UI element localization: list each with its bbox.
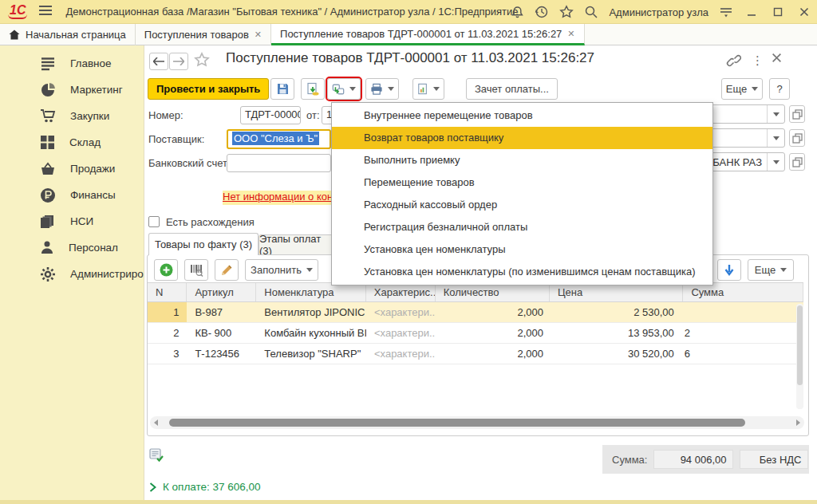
- get-link-icon[interactable]: [725, 53, 741, 71]
- titlebar: 1С Демонстрационная база /Магазин "Бытов…: [0, 0, 817, 24]
- column-header[interactable]: Сумма: [683, 283, 803, 301]
- vat-mode-value: Без НДС: [740, 450, 808, 469]
- save-button[interactable]: [270, 78, 294, 100]
- scroll-left-arrow-icon[interactable]: [154, 419, 158, 426]
- chevron-down-icon: [388, 87, 394, 91]
- service-menu-icon[interactable]: [717, 3, 735, 21]
- table-row[interactable]: 2 КВ- 900 Комбайн кухонный BI... <характ…: [148, 323, 803, 344]
- menu-item-set-prices-changed[interactable]: Установка цен номенклатуры (по изменивши…: [332, 261, 712, 283]
- menu-item-cash-outflow-order[interactable]: Расходный кассовый ордер: [332, 194, 712, 216]
- current-user-label[interactable]: Администратор узла: [609, 6, 708, 18]
- supplier-input[interactable]: ООО "Слеза и Ъ": [227, 129, 331, 149]
- sidebar-item-finance[interactable]: Финансы: [0, 182, 144, 208]
- favorite-star-icon[interactable]: [194, 52, 210, 70]
- more-vertical-dots-icon[interactable]: ⋮: [752, 53, 764, 68]
- cell-n: 3: [148, 344, 187, 364]
- minimize-button[interactable]: [742, 3, 761, 21]
- dropdown-arrow-icon[interactable]: [767, 153, 784, 171]
- table-more-button[interactable]: Еще: [748, 259, 794, 281]
- sum-label: Сумма:: [602, 454, 647, 466]
- menu-item-goods-transfer[interactable]: Перемещение товаров: [332, 171, 712, 194]
- selected-text: ООО "Слеза и Ъ": [232, 132, 319, 145]
- menu-item-internal-transfer[interactable]: Внутреннее перемещение товаров: [332, 104, 712, 127]
- history-icon[interactable]: [533, 3, 551, 21]
- menu-item-noncash-payment[interactable]: Регистрация безналичной оплаты: [332, 216, 712, 238]
- report-icon: [417, 82, 428, 96]
- sidebar-item-staff[interactable]: Персонал: [0, 234, 144, 261]
- menu-item-return-to-supplier[interactable]: Возврат товаров поставщику: [332, 127, 712, 149]
- search-icon[interactable]: [582, 3, 600, 21]
- open-item-button[interactable]: [789, 153, 805, 171]
- tab-payment-stages[interactable]: Этапы оплат (3): [259, 234, 335, 255]
- edit-row-button[interactable]: [215, 259, 239, 281]
- table-row[interactable]: 3 Т-123456 Телевизор "SHARP" <характери.…: [148, 344, 803, 364]
- horizontal-scroll-thumb[interactable]: [169, 419, 745, 427]
- add-row-button[interactable]: [154, 259, 178, 281]
- post-document-button[interactable]: [301, 78, 325, 100]
- close-window-button[interactable]: [795, 3, 814, 21]
- cell-quantity: 2,000: [436, 344, 550, 364]
- discrepancy-checkbox[interactable]: [148, 216, 160, 227]
- main-menu-icon[interactable]: [38, 5, 53, 18]
- sidebar-item-administration[interactable]: Администрирование: [0, 261, 144, 287]
- no-contact-info-link[interactable]: Нет информации о кон: [223, 191, 331, 205]
- sidebar-item-purchases[interactable]: Закупки: [0, 103, 144, 129]
- reports-button[interactable]: [412, 78, 444, 100]
- column-header[interactable]: Артикул: [187, 283, 256, 301]
- tab-home[interactable]: Начальная страница: [0, 24, 136, 45]
- number-input[interactable]: ТДРТ-000001: [240, 106, 301, 124]
- offset-payment-button[interactable]: Зачет оплаты...: [466, 78, 558, 100]
- payable-link[interactable]: К оплате: 37 606,00: [163, 481, 261, 493]
- menu-item-perform-acceptance[interactable]: Выполнить приемку: [332, 149, 712, 171]
- close-tab-icon[interactable]: ✕: [255, 30, 262, 39]
- sidebar-item-nsi[interactable]: НСИ: [0, 208, 144, 234]
- column-header[interactable]: N: [148, 283, 187, 301]
- column-header[interactable]: Номенклатура: [256, 283, 366, 301]
- barcode-scan-button[interactable]: [184, 259, 208, 281]
- menu-item-set-prices[interactable]: Установка цен номенклатуры: [332, 238, 712, 261]
- open-item-button[interactable]: [789, 105, 805, 123]
- more-label: Еще: [726, 83, 747, 95]
- pie-icon: [40, 82, 56, 98]
- dropdown-arrow-icon[interactable]: [767, 105, 784, 123]
- forward-button[interactable]: [169, 53, 188, 70]
- close-tab-icon[interactable]: ✕: [567, 30, 574, 38]
- table-vertical-scrollbar[interactable]: [796, 304, 803, 409]
- post-doc-icon: [306, 82, 320, 96]
- notifications-bell-icon[interactable]: [508, 3, 526, 21]
- create-based-on-button[interactable]: [327, 78, 361, 100]
- sidebar-item-warehouse[interactable]: Склад: [0, 129, 144, 156]
- sidebar-item-label: Склад: [69, 136, 101, 148]
- tab-goods-by-fact[interactable]: Товары по факту (3): [148, 233, 259, 255]
- fill-button[interactable]: Заполнить: [245, 259, 318, 281]
- tab-bar: Начальная страница Поступления товаров ✕…: [0, 24, 817, 45]
- dropdown-arrow-icon[interactable]: [767, 129, 784, 147]
- table-row[interactable]: 1 В-987 Вентилятор JIPONIC (... <характе…: [148, 302, 803, 323]
- table-horizontal-scrollbar[interactable]: [150, 416, 804, 429]
- tab-receipts-list[interactable]: Поступления товаров ✕: [136, 24, 271, 45]
- comment-doc-icon[interactable]: [149, 448, 164, 465]
- column-header[interactable]: Характерис...: [366, 283, 436, 301]
- post-and-close-button[interactable]: Провести и закрыть: [148, 78, 269, 100]
- document-title: Поступление товаров ТДРТ-000001 от 11.03…: [226, 50, 594, 66]
- move-row-down-button[interactable]: [717, 259, 741, 281]
- column-header[interactable]: Цена: [550, 283, 684, 301]
- sidebar-item-main[interactable]: Главное: [0, 50, 144, 77]
- favorites-star-icon[interactable]: [558, 3, 575, 21]
- back-button[interactable]: [149, 53, 168, 70]
- vertical-scroll-thumb[interactable]: [797, 305, 803, 385]
- sidebar-item-sales[interactable]: Продажи: [0, 156, 144, 182]
- print-button[interactable]: [365, 78, 399, 100]
- help-button[interactable]: ?: [769, 78, 790, 100]
- maximize-button[interactable]: [768, 3, 787, 21]
- close-form-icon[interactable]: [772, 53, 782, 65]
- payable-expander[interactable]: К оплате: 37 606,00: [149, 481, 261, 493]
- form-more-button[interactable]: Еще: [721, 78, 763, 100]
- tab-receipt-document[interactable]: Поступление товаров ТДРТ-000001 от 11.03…: [271, 24, 585, 45]
- cell-characteristic: <характери...: [366, 302, 436, 322]
- column-header[interactable]: Количество: [436, 283, 550, 301]
- sidebar-item-marketing[interactable]: Маркетинг: [0, 77, 144, 103]
- bank-account-input[interactable]: [227, 154, 331, 172]
- open-item-button[interactable]: [789, 129, 805, 147]
- scroll-right-arrow-icon[interactable]: [796, 419, 800, 426]
